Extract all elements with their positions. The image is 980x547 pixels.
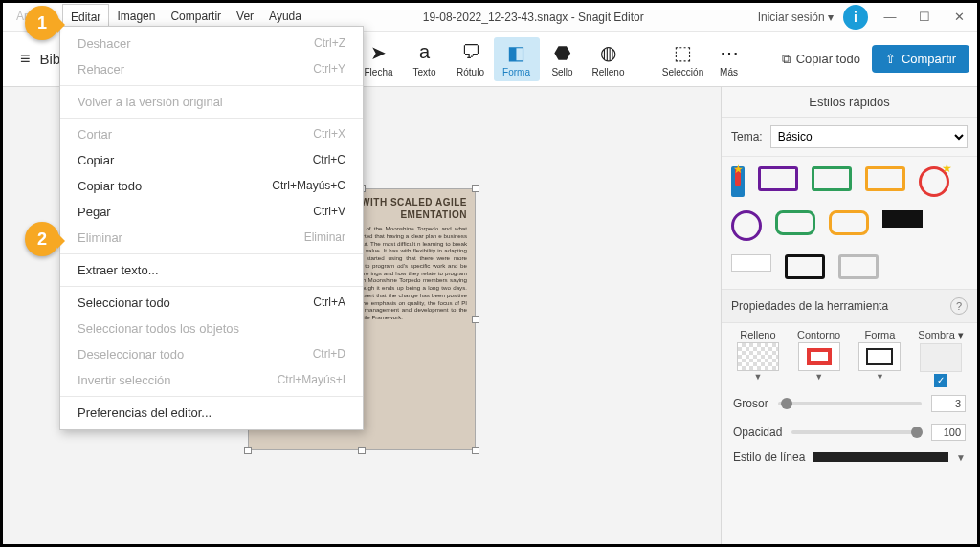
resize-handle[interactable] [244, 447, 252, 454]
help-icon[interactable]: ? [950, 297, 968, 315]
shadow-toggle[interactable]: ✓ [934, 374, 947, 387]
copy-icon: ⧉ [782, 52, 791, 67]
opacity-value[interactable]: 100 [931, 424, 966, 441]
chevron-down-icon[interactable]: ▼ [852, 372, 909, 382]
menu-item[interactable]: Preferencias del editor... [60, 400, 363, 426]
quick-styles-heading: Estilos rápidos [722, 87, 977, 118]
menu-item[interactable]: Copiar todoCtrl+Mayús+C [60, 173, 363, 199]
style-swatch[interactable] [731, 254, 771, 272]
shape-icon: ◧ [507, 41, 525, 64]
tool-properties-heading: Propiedades de la herramienta [731, 299, 888, 313]
prop-shadow[interactable]: Sombra ▾ ✓ [912, 329, 969, 387]
callout-icon: 🗩 [461, 41, 480, 64]
style-swatch[interactable]: ★ [731, 166, 745, 197]
more-icon: ⋯ [720, 41, 739, 64]
chevron-down-icon[interactable]: ▼ [791, 372, 848, 382]
tool-seleccion[interactable]: ⬚Selección [660, 41, 706, 77]
tool-relleno[interactable]: ◍Relleno [586, 41, 632, 77]
menu-item: RehacerCtrl+Y [60, 56, 363, 82]
right-panel: Estilos rápidos Tema: Básico ★ ★ P [721, 87, 977, 544]
line-style-select[interactable] [813, 452, 948, 462]
user-avatar-icon[interactable]: i [843, 5, 868, 30]
callout-2: 2 [25, 222, 59, 256]
theme-label: Tema: [731, 130, 763, 143]
chevron-down-icon[interactable]: ▼ [729, 372, 787, 382]
fill-swatch[interactable] [737, 342, 779, 371]
star-icon: ★ [733, 163, 744, 176]
style-swatch[interactable] [758, 166, 798, 191]
edit-menu-dropdown: DeshacerCtrl+ZRehacerCtrl+YVolver a la v… [59, 26, 364, 430]
menu-item[interactable]: Extraer texto... [60, 257, 363, 283]
opacity-slider[interactable] [791, 430, 922, 434]
thickness-row: Grosor 3 [722, 389, 977, 418]
menu-item: Seleccionar todos los objetos [60, 316, 363, 341]
menu-item[interactable]: Seleccionar todoCtrl+A [60, 290, 363, 316]
star-icon: ★ [942, 162, 952, 175]
hamburger-icon[interactable]: ≡ [11, 49, 40, 69]
resize-handle[interactable] [472, 185, 479, 192]
menu-item: EliminarEliminar [60, 225, 363, 251]
menu-item: Deseleccionar todoCtrl+D [60, 341, 363, 367]
menu-item: CortarCtrl+X [60, 121, 363, 147]
thickness-slider[interactable] [778, 402, 922, 405]
tool-mas[interactable]: ⋯Más [706, 41, 752, 77]
resize-handle[interactable] [472, 447, 479, 454]
fill-icon: ◍ [600, 41, 616, 64]
style-swatch[interactable] [838, 254, 879, 279]
selection-icon: ⬚ [674, 41, 692, 64]
style-swatch[interactable] [865, 166, 905, 191]
sign-in-link[interactable]: Iniciar sesión ▾ [758, 11, 834, 24]
style-swatch[interactable] [731, 210, 762, 241]
outline-swatch[interactable] [798, 342, 840, 371]
chevron-down-icon[interactable]: ▼ [956, 452, 966, 463]
prop-fill[interactable]: Relleno ▼ [729, 329, 787, 387]
thickness-value[interactable]: 3 [931, 395, 966, 412]
style-swatch[interactable] [882, 210, 923, 228]
callout-1: 1 [25, 6, 59, 40]
menu-item: Volver a la versión original [60, 89, 363, 115]
style-swatch[interactable] [812, 166, 852, 191]
tool-forma[interactable]: ◧Forma [494, 37, 540, 81]
maximize-button[interactable]: ☐ [912, 10, 937, 24]
prop-outline[interactable]: Contorno ▼ [791, 329, 848, 387]
copy-all-button[interactable]: ⧉Copiar todo [770, 52, 872, 67]
tool-sello[interactable]: ⬣Sello [540, 41, 586, 77]
resize-handle[interactable] [472, 316, 479, 323]
shape-swatch[interactable] [858, 342, 901, 371]
resize-handle[interactable] [358, 447, 366, 454]
style-swatch[interactable] [785, 254, 825, 279]
close-button[interactable]: ✕ [947, 10, 971, 24]
minimize-button[interactable]: — [878, 10, 902, 24]
style-swatch[interactable]: ★ [919, 166, 949, 197]
menu-item[interactable]: CopiarCtrl+C [60, 147, 363, 173]
menu-item[interactable]: PegarCtrl+V [60, 199, 363, 225]
quick-styles-grid: ★ ★ [722, 157, 977, 289]
share-icon: ⇧ [885, 52, 896, 66]
window-title: 19-08-2022_12-23-43.snagx - Snagit Edito… [309, 11, 758, 24]
menu-item: Invertir selecciónCtrl+Mayús+I [60, 367, 363, 393]
style-swatch[interactable] [829, 210, 869, 235]
style-swatch[interactable] [775, 210, 815, 235]
prop-shape[interactable]: Forma ▼ [852, 329, 909, 387]
tool-texto[interactable]: aTexto [402, 41, 448, 77]
shadow-swatch[interactable] [920, 343, 962, 372]
text-icon: a [419, 41, 430, 64]
opacity-row: Opacidad 100 [722, 418, 977, 447]
tool-rotulo[interactable]: 🗩Rótulo [448, 41, 494, 77]
share-button[interactable]: ⇧Compartir [872, 45, 969, 73]
line-style-row: Estilo de línea ▼ [722, 447, 977, 470]
stamp-icon: ⬣ [554, 41, 570, 64]
menu-item: DeshacerCtrl+Z [60, 31, 363, 56]
theme-select[interactable]: Básico [770, 125, 968, 148]
arrow-icon: ➤ [370, 41, 387, 64]
